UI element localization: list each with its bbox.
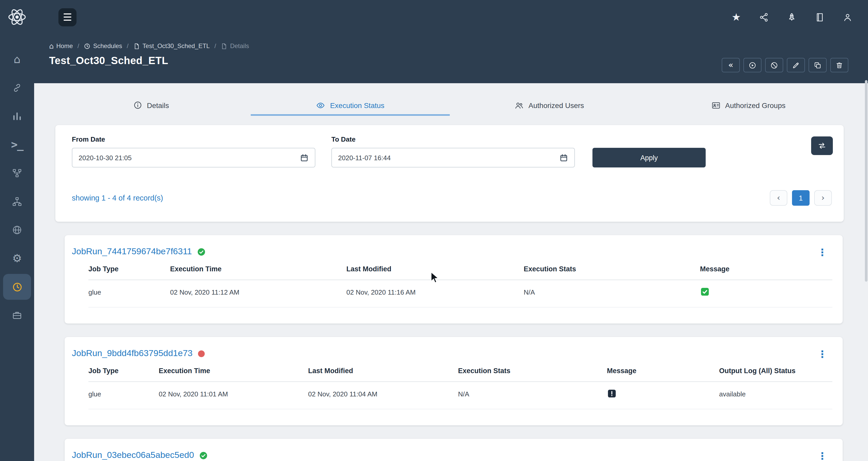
user-icon [843, 12, 852, 22]
from-date-input[interactable] [79, 154, 300, 162]
kebab-icon: ⋮ [817, 248, 827, 257]
square-exclamation-icon [607, 389, 617, 398]
to-date-input[interactable] [338, 154, 559, 162]
jobrun-title-row: JobRun_03ebec06a5abec5ed0 [65, 448, 843, 461]
check-circle-icon [197, 247, 206, 256]
sidebar-item-jobs[interactable] [3, 302, 31, 328]
column-header: Message [700, 259, 832, 279]
breadcrumb-schedules[interactable]: Schedules [84, 42, 122, 50]
edit-button[interactable] [787, 58, 805, 72]
sidebar-item-analytics[interactable] [3, 103, 31, 129]
breadcrumb-schedule-name[interactable]: Test_Oct30_Sched_ETL [133, 42, 210, 50]
next-page-button[interactable]: › [814, 190, 832, 206]
jobrun-table: Job Type Execution Time Last Modified Ex… [88, 361, 832, 409]
tab-details[interactable]: Details [52, 96, 251, 116]
left-sidebar: ⌂ >_ [0, 34, 34, 461]
delete-button[interactable] [830, 58, 848, 72]
breadcrumb-home[interactable]: ⌂ Home [49, 42, 73, 50]
sidebar-item-hierarchy[interactable] [3, 189, 31, 215]
sidebar-item-connections[interactable] [3, 75, 31, 101]
job-type-cell: glue [88, 280, 170, 307]
job-type-cell: glue [88, 382, 159, 409]
to-date-input-box[interactable] [331, 148, 575, 167]
book-icon [815, 12, 825, 22]
star-icon-button[interactable]: ★ [732, 12, 741, 22]
share-nodes-icon-button[interactable] [759, 12, 769, 22]
execution-time-cell: 02 Nov, 2020 11:12 AM [170, 280, 346, 307]
square-check-icon [700, 287, 710, 297]
filter-row: From Date To Date [72, 135, 833, 167]
star-icon: ★ [732, 12, 741, 22]
eye-icon [316, 101, 326, 110]
rocket-icon-button[interactable] [787, 12, 797, 22]
tab-authorized-users[interactable]: Authorized Users [450, 96, 649, 116]
column-header: Execution Time [170, 259, 346, 279]
scrollbar-thumb[interactable] [865, 80, 867, 282]
jobrun-link[interactable]: JobRun_03ebec06a5abec5ed0 [72, 450, 194, 460]
home-icon: ⌂ [14, 54, 21, 65]
disable-button[interactable] [765, 58, 783, 72]
sidebar-item-workflows[interactable] [3, 160, 31, 186]
to-date-label: To Date [331, 135, 575, 143]
user-icon-button[interactable] [843, 12, 852, 22]
clock-icon [12, 282, 23, 292]
page-1-button[interactable]: 1 [792, 190, 810, 206]
output-log-status-cell: available [719, 382, 832, 409]
column-header: Job Type [88, 361, 159, 382]
apply-button[interactable]: Apply [592, 148, 706, 167]
sidebar-item-home[interactable]: ⌂ [3, 46, 31, 72]
link-icon [12, 83, 22, 93]
check-circle-icon [199, 451, 208, 460]
calendar-icon[interactable] [300, 153, 309, 162]
info-circle-icon [133, 101, 142, 109]
execution-stats-cell: N/A [524, 280, 700, 307]
breadcrumb-home-label: Home [56, 42, 73, 50]
jobrun-link[interactable]: JobRun_9bdd4fb63795dd1e73 [72, 348, 193, 359]
jobrun-table-row: glue 02 Nov, 2020 11:01 AM 02 Nov, 2020 … [88, 382, 832, 409]
from-date-group: From Date [72, 135, 315, 167]
previous-page-button[interactable]: ‹ [770, 190, 787, 206]
jobrun-table: Job Type Execution Time Last Modified Ex… [88, 259, 832, 307]
jobrun-title-row: JobRun_7441759674be7f6311 [65, 244, 843, 259]
breadcrumb-separator: / [127, 42, 129, 50]
ban-icon [770, 61, 778, 69]
last-modified-cell: 02 Nov, 2020 11:16 AM [346, 280, 524, 307]
results-summary: showing 1 - 4 of 4 record(s) [72, 194, 163, 202]
tab-execution-status[interactable]: Execution Status [251, 96, 450, 116]
collapse-button[interactable]: « [722, 58, 740, 72]
pagination: ‹ 1 › [770, 190, 832, 206]
sidebar-item-terminal[interactable]: >_ [3, 132, 31, 158]
sidebar-item-schedules[interactable] [3, 274, 31, 300]
from-date-input-box[interactable] [72, 148, 315, 167]
angles-left-icon: « [728, 61, 733, 69]
refresh-button[interactable] [811, 136, 833, 155]
results-row: showing 1 - 4 of 4 record(s) ‹ 1 › [72, 189, 833, 207]
sync-icon [817, 141, 827, 151]
tab-authorized-groups[interactable]: Authorized Groups [649, 96, 848, 116]
user-group-card-icon [711, 101, 720, 110]
sidebar-item-settings[interactable]: ⚙ [3, 245, 31, 271]
run-button[interactable] [743, 58, 762, 72]
jobrun-link[interactable]: JobRun_7441759674be7f6311 [72, 246, 192, 257]
kebab-icon: ⋮ [817, 451, 827, 461]
app-root: ★ [0, 0, 868, 461]
tab-authorized-groups-label: Authorized Groups [725, 101, 785, 109]
column-header: Execution Stats [524, 259, 700, 279]
sidebar-item-global[interactable] [3, 217, 31, 243]
header-action-buttons: « [722, 58, 848, 72]
kebab-icon: ⋮ [817, 349, 827, 359]
breadcrumb-schedules-label: Schedules [93, 42, 122, 50]
hamburger-menu-button[interactable] [58, 8, 76, 26]
navbar-right-icons: ★ [732, 12, 852, 22]
jobrun-menu-button[interactable]: ⋮ [817, 451, 827, 461]
jobrun-card: JobRun_9bdd4fb63795dd1e73 ⋮ Job Type Exe… [65, 337, 843, 425]
jobrun-menu-button[interactable]: ⋮ [817, 349, 827, 359]
app-logo [0, 7, 34, 27]
book-icon-button[interactable] [815, 12, 825, 22]
clone-button[interactable] [809, 58, 827, 72]
calendar-icon[interactable] [559, 153, 568, 162]
jobrun-menu-button[interactable]: ⋮ [817, 248, 827, 257]
main-content: ⌂ Home / Schedules / Test_Oct30_Sched_ET… [34, 34, 868, 461]
file-icon [221, 43, 227, 50]
jobrun-table-header: Job Type Execution Time Last Modified Ex… [88, 259, 832, 280]
